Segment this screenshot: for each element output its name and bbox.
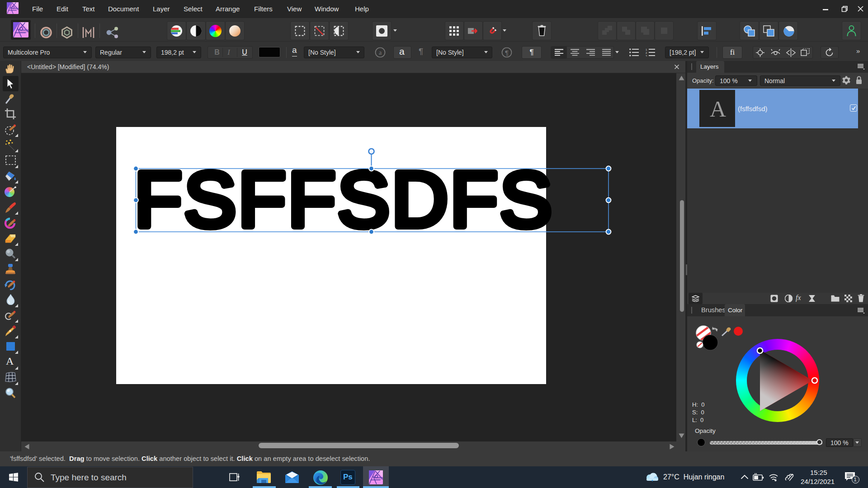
svg-text:a: a	[379, 49, 382, 56]
svg-text:3: 3	[646, 55, 647, 57]
svg-text:¶: ¶	[505, 49, 509, 56]
svg-text:2: 2	[646, 52, 647, 54]
svg-text:1: 1	[646, 48, 647, 51]
